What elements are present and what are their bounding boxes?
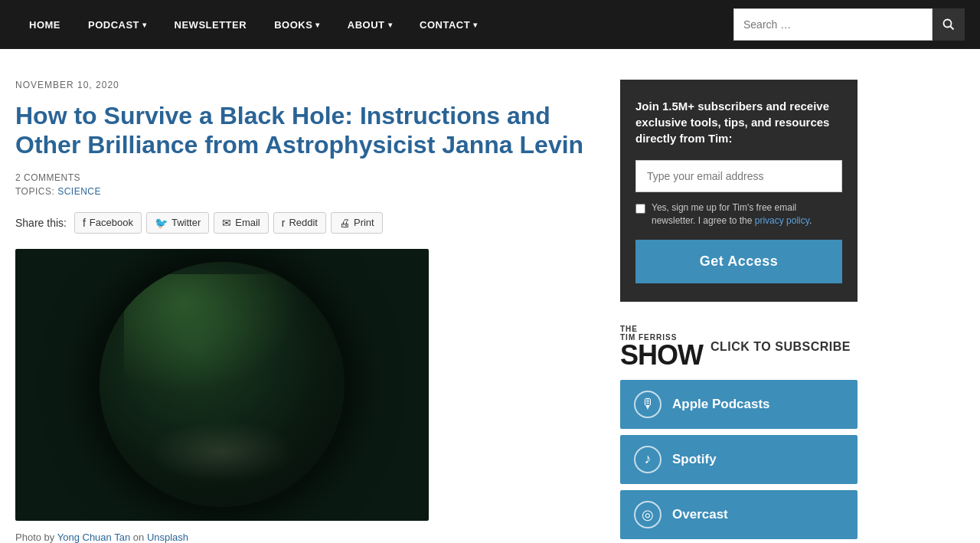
svg-line-1: [951, 27, 954, 30]
privacy-policy-link[interactable]: privacy policy: [755, 215, 809, 226]
apple-podcasts-icon: 🎙: [634, 391, 662, 418]
share-print-button[interactable]: 🖨Print: [331, 212, 383, 234]
get-access-button[interactable]: Get Access: [635, 240, 842, 283]
podcast-chevron-icon: ▾: [142, 21, 147, 29]
email-label: Email: [235, 217, 260, 228]
reddit-icon: r: [282, 217, 286, 229]
share-twitter-button[interactable]: 🐦Twitter: [146, 212, 209, 234]
email-icon: ✉: [222, 217, 231, 229]
show-logo: THE TIM FERRISS SHOW: [620, 325, 703, 369]
newsletter-description: Join 1.5M+ subscribers and receive exclu…: [635, 98, 842, 146]
show-the: THE: [620, 325, 703, 333]
content-area: NOVEMBER 10, 2020 How to Survive a Black…: [15, 80, 590, 543]
topics-label: TOPICS:: [15, 186, 54, 197]
podcast-overcast-button[interactable]: ◎ Overcast: [620, 490, 858, 539]
photo-credit-on: on: [133, 532, 144, 543]
nav-item-contact[interactable]: CONTACT▾: [406, 0, 492, 49]
search-icon: [942, 18, 955, 31]
search-form: [733, 8, 965, 41]
photo-credit-prefix: Photo by: [15, 532, 54, 543]
podcast-apple-podcasts-button[interactable]: 🎙 Apple Podcasts: [620, 380, 858, 429]
overcast-label: Overcast: [672, 507, 728, 522]
podcast-widget: THE TIM FERRISS SHOW CLICK TO SUBSCRIBE …: [620, 325, 858, 539]
nav-item-about[interactable]: ABOUT▾: [334, 0, 406, 49]
search-button[interactable]: [933, 8, 965, 41]
newsletter-checkbox-label: Yes, sign me up for Tim's free email new…: [652, 201, 842, 227]
sidebar: Join 1.5M+ subscribers and receive exclu…: [620, 80, 858, 543]
facebook-icon: f: [83, 217, 86, 229]
print-icon: 🖨: [339, 217, 350, 229]
show-header: THE TIM FERRISS SHOW CLICK TO SUBSCRIBE: [620, 325, 858, 369]
newsletter-checkbox[interactable]: [635, 204, 645, 214]
photo-source-link[interactable]: Unsplash: [147, 532, 188, 543]
overcast-icon: ◎: [634, 501, 662, 528]
svg-point-0: [944, 20, 952, 28]
spotify-icon: ♪: [634, 446, 662, 473]
podcast-spotify-button[interactable]: ♪ Spotify: [620, 435, 858, 484]
post-comments: 2 COMMENTS: [15, 172, 590, 183]
nav-item-podcast[interactable]: PODCAST▾: [74, 0, 161, 49]
spotify-label: Spotify: [672, 452, 717, 467]
topic-science[interactable]: SCIENCE: [57, 186, 101, 197]
site-header: HOMEPODCAST▾NEWSLETTERBOOKS▾ABOUT▾CONTAC…: [0, 0, 980, 49]
post-date: NOVEMBER 10, 2020: [15, 80, 590, 90]
main-nav: HOMEPODCAST▾NEWSLETTERBOOKS▾ABOUT▾CONTAC…: [15, 0, 492, 49]
post-topics: TOPICS: SCIENCE: [15, 186, 590, 197]
show-word: SHOW: [620, 342, 703, 369]
photo-credit: Photo by Yong Chuan Tan on Unsplash: [15, 532, 590, 543]
share-section: Share this: fFacebook🐦Twitter✉EmailrRedd…: [15, 212, 590, 234]
click-subscribe-label: CLICK TO SUBSCRIBE: [710, 340, 851, 354]
twitter-icon: 🐦: [155, 217, 168, 229]
apple-podcasts-label: Apple Podcasts: [672, 397, 770, 412]
facebook-label: Facebook: [90, 217, 133, 228]
share-facebook-button[interactable]: fFacebook: [74, 212, 142, 234]
newsletter-widget: Join 1.5M+ subscribers and receive exclu…: [620, 80, 858, 302]
share-label: Share this:: [15, 217, 67, 229]
share-email-button[interactable]: ✉Email: [214, 212, 269, 234]
search-input[interactable]: [733, 8, 933, 41]
email-input[interactable]: [635, 160, 842, 192]
photo-author-link[interactable]: Yong Chuan Tan: [57, 532, 130, 543]
about-chevron-icon: ▾: [388, 21, 393, 29]
contact-chevron-icon: ▾: [473, 21, 478, 29]
print-label: Print: [354, 217, 374, 228]
post-image: [15, 249, 429, 521]
nav-item-home[interactable]: HOME: [15, 0, 74, 49]
reddit-label: Reddit: [289, 217, 318, 228]
books-chevron-icon: ▾: [315, 21, 320, 29]
main-container: NOVEMBER 10, 2020 How to Survive a Black…: [0, 49, 980, 543]
nav-item-newsletter[interactable]: NEWSLETTER: [161, 0, 261, 49]
share-reddit-button[interactable]: rReddit: [273, 212, 326, 234]
post-title: How to Survive a Black Hole: Instruction…: [15, 101, 590, 160]
nav-item-books[interactable]: BOOKS▾: [260, 0, 334, 49]
article-globe-image: [100, 262, 345, 507]
twitter-label: Twitter: [172, 217, 201, 228]
newsletter-checkbox-row: Yes, sign me up for Tim's free email new…: [635, 201, 842, 227]
